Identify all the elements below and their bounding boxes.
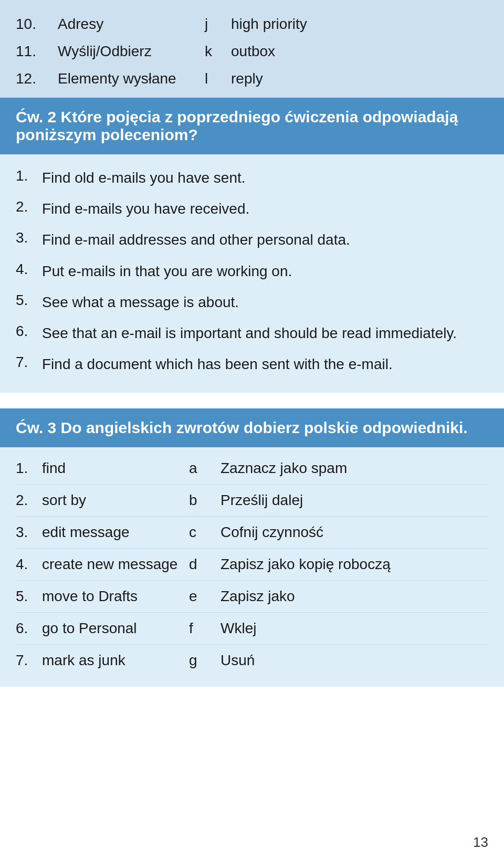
ex3-row-4: 4. create new message d Zapisz jako kopi… (16, 549, 488, 581)
vocab-letter-11: k (205, 43, 231, 60)
exercise-3-content: 1. find a Zaznacz jako spam 2. sort by b… (0, 447, 504, 687)
ex3-term-5: move to Drafts (42, 588, 189, 605)
ex2-num-7: 7. (16, 354, 42, 371)
vocab-row-11: 11. Wyślij/Odbierz k outbox (16, 38, 488, 65)
ex3-num-3: 3. (16, 524, 42, 541)
exercise-2-title: Ćw. 2 Które pojęcia z poprzedniego ćwicz… (16, 108, 458, 143)
exercise-2-item-2: 2. Find e-mails you have received. (16, 193, 488, 224)
ex3-num-7: 7. (16, 652, 42, 669)
ex3-num-1: 1. (16, 460, 42, 477)
ex3-row-5: 5. move to Drafts e Zapisz jako (16, 581, 488, 613)
vocab-definition-12: reply (231, 70, 263, 87)
exercise-2-item-4: 4. Put e-mails in that you are working o… (16, 256, 488, 287)
ex2-num-2: 2. (16, 198, 42, 215)
ex2-num-5: 5. (16, 292, 42, 309)
ex2-num-6: 6. (16, 323, 42, 340)
ex3-row-2: 2. sort by b Prześlij dalej (16, 485, 488, 517)
ex3-letter-7: g (189, 652, 220, 669)
vocab-number-11: 11. (16, 43, 58, 60)
ex3-translation-5: Zapisz jako (220, 588, 295, 605)
ex3-letter-2: b (189, 492, 220, 509)
exercise-2-content: 1. Find old e-mails you have sent. 2. Fi… (0, 154, 504, 393)
ex3-letter-3: c (189, 524, 220, 541)
ex3-letter-4: d (189, 556, 220, 573)
ex2-text-3: Find e-mail addresses and other personal… (42, 229, 350, 250)
ex3-translation-6: Wklej (220, 620, 256, 637)
ex3-num-5: 5. (16, 588, 42, 605)
exercise-2-item-3: 3. Find e-mail addresses and other perso… (16, 224, 488, 255)
page-container: 10. Adresy j high priority 11. Wyślij/Od… (0, 0, 504, 861)
ex3-num-2: 2. (16, 492, 42, 509)
ex2-text-5: See what a message is about. (42, 292, 239, 312)
ex3-row-7: 7. mark as junk g Usuń (16, 645, 488, 676)
exercise-3-header: Ćw. 3 Do angielskich zwrotów dobierz pol… (0, 408, 504, 447)
vocab-term-10: Adresy (58, 16, 205, 33)
exercise-2-header: Ćw. 2 Które pojęcia z poprzedniego ćwicz… (0, 98, 504, 154)
ex3-row-6: 6. go to Personal f Wklej (16, 613, 488, 645)
vocab-term-12: Elementy wysłane (58, 70, 205, 87)
ex2-text-4: Put e-mails in that you are working on. (42, 261, 292, 281)
ex3-term-3: edit message (42, 524, 189, 541)
ex2-num-1: 1. (16, 167, 42, 184)
white-gap (0, 393, 504, 408)
vocab-row-12: 12. Elementy wysłane l reply (16, 65, 488, 92)
vocab-number-12: 12. (16, 70, 58, 87)
vocab-row-10: 10. Adresy j high priority (16, 10, 488, 38)
exercise-3-title: Ćw. 3 Do angielskich zwrotów dobierz pol… (16, 419, 468, 436)
ex3-row-3: 3. edit message c Cofnij czynność (16, 517, 488, 549)
page-number: 13 (473, 834, 488, 850)
exercise-2-item-1: 1. Find old e-mails you have sent. (16, 162, 488, 193)
ex2-text-1: Find old e-mails you have sent. (42, 167, 246, 188)
exercise-2-item-6: 6. See that an e-mail is important and s… (16, 318, 488, 349)
vocab-definition-10: high priority (231, 16, 307, 33)
vocab-definition-11: outbox (231, 43, 275, 60)
ex3-translation-3: Cofnij czynność (220, 524, 323, 541)
ex3-letter-5: e (189, 588, 220, 605)
vocab-letter-10: j (205, 16, 231, 33)
ex3-term-2: sort by (42, 492, 189, 509)
ex3-row-1: 1. find a Zaznacz jako spam (16, 453, 488, 485)
ex3-letter-6: f (189, 620, 220, 637)
ex3-num-4: 4. (16, 556, 42, 573)
ex3-num-6: 6. (16, 620, 42, 637)
ex3-translation-1: Zaznacz jako spam (220, 460, 347, 477)
ex2-text-7: Find a document which has been sent with… (42, 354, 393, 374)
ex3-letter-1: a (189, 460, 220, 477)
ex3-translation-2: Prześlij dalej (220, 492, 303, 509)
ex3-term-4: create new message (42, 556, 189, 573)
vocab-letter-12: l (205, 70, 231, 87)
ex3-term-6: go to Personal (42, 620, 189, 637)
ex3-translation-7: Usuń (220, 652, 255, 669)
ex3-translation-4: Zapisz jako kopię roboczą (220, 556, 391, 573)
vocab-term-11: Wyślij/Odbierz (58, 43, 205, 60)
ex2-text-2: Find e-mails you have received. (42, 198, 249, 219)
vocab-number-10: 10. (16, 16, 58, 33)
ex2-num-3: 3. (16, 229, 42, 246)
vocab-section: 10. Adresy j high priority 11. Wyślij/Od… (0, 0, 504, 98)
ex3-term-1: find (42, 460, 189, 477)
ex3-term-7: mark as junk (42, 652, 189, 669)
exercise-2-item-5: 5. See what a message is about. (16, 287, 488, 318)
ex2-num-4: 4. (16, 261, 42, 278)
exercise-2-item-7: 7. Find a document which has been sent w… (16, 349, 488, 380)
ex2-text-6: See that an e-mail is important and shou… (42, 323, 457, 343)
